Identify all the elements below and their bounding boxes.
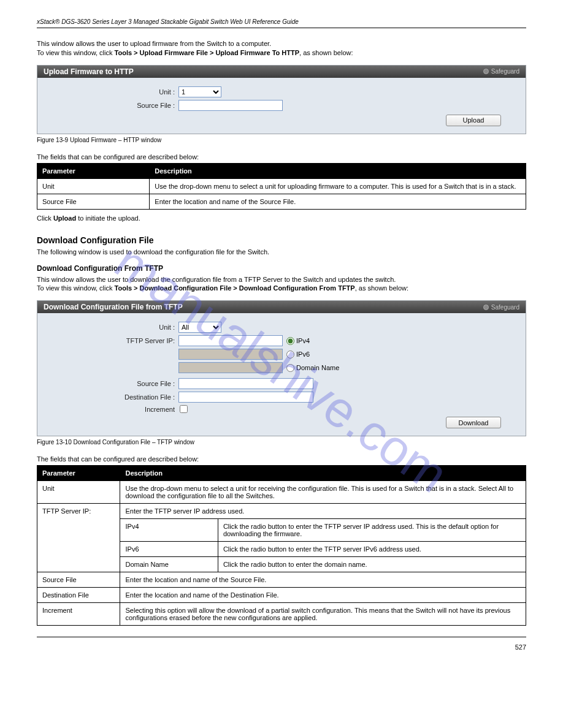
ipv6-label: IPv6 <box>296 351 310 358</box>
figure-caption-2: Figure 13-10 Download Configuration File… <box>37 439 526 446</box>
header-rule <box>37 28 526 28</box>
intro-text: This window allows the user to upload fi… <box>37 40 271 47</box>
increment-label: Increment <box>44 406 178 413</box>
domain-label: Domain Name <box>296 364 339 371</box>
header-left: xStack® DGS-3620 Series Layer 3 Managed … <box>37 18 299 25</box>
param-cell: Source File <box>37 194 150 209</box>
page-number: 527 <box>515 643 526 651</box>
section2-sub-intro: This window allows the user to download … <box>37 275 526 294</box>
subparam-cell: IPv6 <box>120 542 218 557</box>
desc-cell: Click the radio button to enter the doma… <box>218 557 526 572</box>
param-cell: Unit <box>37 481 120 504</box>
section1-intro: This window allows the user to upload fi… <box>37 39 526 58</box>
intro-text: To view this window, click <box>37 284 115 292</box>
th-param: Parameter <box>37 466 120 481</box>
subparam-cell: IPv4 <box>120 519 218 542</box>
ipv4-radio[interactable] <box>286 337 294 345</box>
th-desc: Description <box>150 163 526 178</box>
ipv4-label: IPv4 <box>296 337 310 344</box>
intro-text: This window allows the user to download … <box>37 276 396 283</box>
safeguard-label: Safeguard <box>491 304 519 311</box>
desc-cell: Enter the location and name of the Sourc… <box>120 572 526 588</box>
desc-cell: Enter the location and name of the Desti… <box>120 588 526 603</box>
after-table-1: Click Upload to initiate the upload. <box>37 214 526 222</box>
table-row: Increment Selecting this option will all… <box>37 603 526 626</box>
table-row: Source File Enter the location and name … <box>37 194 526 209</box>
safeguard-badge: Safeguard <box>483 304 519 311</box>
table-row: Unit Use the drop-down menu to select a … <box>37 178 526 194</box>
unit-select[interactable]: 1 <box>178 86 221 97</box>
desc-cell: Use the drop-down menu to select a unit … <box>150 178 526 194</box>
panel-title: Upload Firmware to HTTP <box>44 67 134 76</box>
ipv6-radio[interactable] <box>286 351 294 358</box>
param-cell: TFTP Server IP: <box>37 504 120 572</box>
upload-firmware-panel: Upload Firmware to HTTP Safeguard Unit :… <box>37 65 526 134</box>
download-config-panel: Download Configuration File from TFTP Sa… <box>37 300 526 436</box>
safeguard-badge: Safeguard <box>483 68 519 75</box>
params-table-1: Parameter Description Unit Use the drop-… <box>37 163 526 210</box>
subsection-title: Download Configuration From TFTP <box>37 264 526 273</box>
source-file-input[interactable] <box>178 378 313 389</box>
section-title: Download Configuration File <box>37 235 526 245</box>
tftp-domain-input[interactable] <box>178 362 283 373</box>
panel-title-bar: Upload Firmware to HTTP Safeguard <box>37 66 526 78</box>
desc-cell: Selecting this option will allow the dow… <box>120 603 526 626</box>
unit-label: Unit : <box>44 324 178 331</box>
section2-intro: The following window is used to download… <box>37 248 526 257</box>
domain-radio[interactable] <box>286 364 294 372</box>
fields-intro-2: The fields that can be configured are de… <box>37 455 526 463</box>
unit-label: Unit : <box>44 88 178 96</box>
params-table-2: Parameter Description Unit Use the drop-… <box>37 465 526 626</box>
page-content: xStack® DGS-3620 Series Layer 3 Managed … <box>0 0 563 669</box>
safeguard-icon <box>483 305 489 310</box>
intro-text: , as shown below: <box>299 49 353 56</box>
desc-cell: Use the drop-down menu to select a unit … <box>120 481 526 504</box>
figure-caption-1: Figure 13-9 Upload Firmware – HTTP windo… <box>37 137 526 143</box>
page-footer: 527 <box>37 643 526 651</box>
intro-path: Tools > Download Configuration File > Do… <box>115 284 355 292</box>
tftp-ipv6-input[interactable] <box>178 349 283 360</box>
intro-text: To view this window, click <box>37 49 115 56</box>
desc-cell: Click the radio button to enter the TFTP… <box>218 542 526 557</box>
footer-rule <box>37 637 526 637</box>
table-row: TFTP Server IP: Enter the TFTP server IP… <box>37 504 526 519</box>
th-desc: Description <box>120 466 526 481</box>
param-cell: Destination File <box>37 588 120 603</box>
increment-checkbox[interactable] <box>180 405 188 413</box>
panel-title: Download Configuration File from TFTP <box>44 303 183 311</box>
param-cell: Unit <box>37 178 150 194</box>
intro-text: , as shown below: <box>355 284 408 292</box>
unit-select[interactable]: All <box>178 322 221 333</box>
download-button[interactable]: Download <box>446 417 501 428</box>
param-cell: Source File <box>37 572 120 588</box>
table-row: Source File Enter the location and name … <box>37 572 526 588</box>
safeguard-label: Safeguard <box>491 68 519 75</box>
desc-cell: Click the radio button to enter the TFTP… <box>218 519 526 542</box>
subparam-cell: Domain Name <box>120 557 218 572</box>
table-row: Destination File Enter the location and … <box>37 588 526 603</box>
upload-button[interactable]: Upload <box>446 115 501 126</box>
desc-cell: Enter the location and name of the Sourc… <box>150 194 526 209</box>
tftp-ipv4-input[interactable] <box>178 335 283 346</box>
tftp-label: TFTP Server IP: <box>44 337 178 344</box>
th-param: Parameter <box>37 163 150 178</box>
safeguard-icon <box>483 69 489 74</box>
source-file-label: Source File : <box>44 380 178 387</box>
dest-file-label: Destination File : <box>44 393 178 401</box>
desc-cell: Enter the TFTP server IP address used. <box>120 504 526 519</box>
dest-file-input[interactable] <box>178 392 313 403</box>
param-cell: Increment <box>37 603 120 626</box>
panel-title-bar: Download Configuration File from TFTP Sa… <box>37 301 526 313</box>
intro-path: Tools > Upload Firmware File > Upload Fi… <box>115 49 300 56</box>
page-header: xStack® DGS-3620 Series Layer 3 Managed … <box>37 18 526 25</box>
source-file-input[interactable] <box>178 100 283 111</box>
table-row: Unit Use the drop-down menu to select a … <box>37 481 526 504</box>
source-file-label: Source File : <box>44 102 178 109</box>
fields-intro-1: The fields that can be configured are de… <box>37 153 526 161</box>
